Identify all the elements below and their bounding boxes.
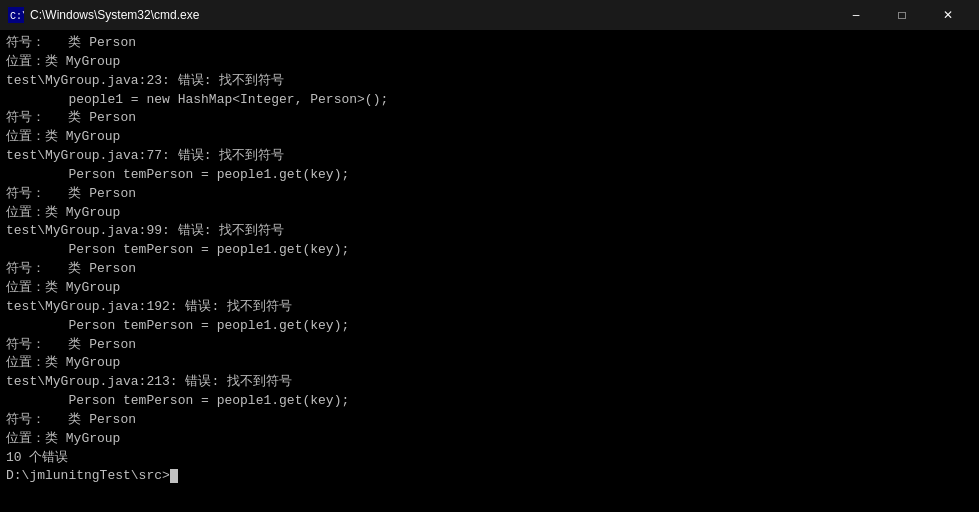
terminal-line: 符号： 类 Person — [6, 109, 973, 128]
title-bar-controls: – □ ✕ — [833, 0, 971, 30]
terminal-line: test\MyGroup.java:213: 错误: 找不到符号 — [6, 373, 973, 392]
terminal-line: 位置：类 MyGroup — [6, 354, 973, 373]
close-button[interactable]: ✕ — [925, 0, 971, 30]
cmd-window: C:\ C:\Windows\System32\cmd.exe – □ ✕ 符号… — [0, 0, 979, 512]
prompt-text: D:\jmlunitngTest\src> — [6, 468, 170, 483]
terminal-line: test\MyGroup.java:77: 错误: 找不到符号 — [6, 147, 973, 166]
terminal-line: test\MyGroup.java:99: 错误: 找不到符号 — [6, 222, 973, 241]
svg-text:C:\: C:\ — [10, 11, 24, 22]
terminal-line: 位置：类 MyGroup — [6, 204, 973, 223]
terminal-line: 符号： 类 Person — [6, 185, 973, 204]
terminal-line: 符号： 类 Person — [6, 34, 973, 53]
terminal-line: people1 = new HashMap<Integer, Person>()… — [6, 91, 973, 110]
terminal-line: 位置：类 MyGroup — [6, 53, 973, 72]
cursor — [170, 469, 178, 483]
terminal-lines: 符号： 类 Person位置：类 MyGrouptest\MyGroup.jav… — [6, 34, 973, 467]
terminal-line: 位置：类 MyGroup — [6, 279, 973, 298]
title-bar: C:\ C:\Windows\System32\cmd.exe – □ ✕ — [0, 0, 979, 30]
terminal-line: Person temPerson = people1.get(key); — [6, 241, 973, 260]
terminal-line: test\MyGroup.java:23: 错误: 找不到符号 — [6, 72, 973, 91]
title-bar-left: C:\ C:\Windows\System32\cmd.exe — [8, 7, 199, 23]
terminal-line: Person temPerson = people1.get(key); — [6, 392, 973, 411]
terminal-line: 位置：类 MyGroup — [6, 128, 973, 147]
cmd-icon: C:\ — [8, 7, 24, 23]
window-title: C:\Windows\System32\cmd.exe — [30, 8, 199, 22]
terminal-output[interactable]: 符号： 类 Person位置：类 MyGrouptest\MyGroup.jav… — [0, 30, 979, 512]
terminal-line: Person temPerson = people1.get(key); — [6, 317, 973, 336]
maximize-button[interactable]: □ — [879, 0, 925, 30]
terminal-line: 符号： 类 Person — [6, 411, 973, 430]
terminal-line: 符号： 类 Person — [6, 260, 973, 279]
terminal-line: 符号： 类 Person — [6, 336, 973, 355]
terminal-line: Person temPerson = people1.get(key); — [6, 166, 973, 185]
terminal-line: 位置：类 MyGroup — [6, 430, 973, 449]
terminal-line: 10 个错误 — [6, 449, 973, 468]
terminal-prompt: D:\jmlunitngTest\src> — [6, 467, 973, 486]
minimize-button[interactable]: – — [833, 0, 879, 30]
terminal-line: test\MyGroup.java:192: 错误: 找不到符号 — [6, 298, 973, 317]
